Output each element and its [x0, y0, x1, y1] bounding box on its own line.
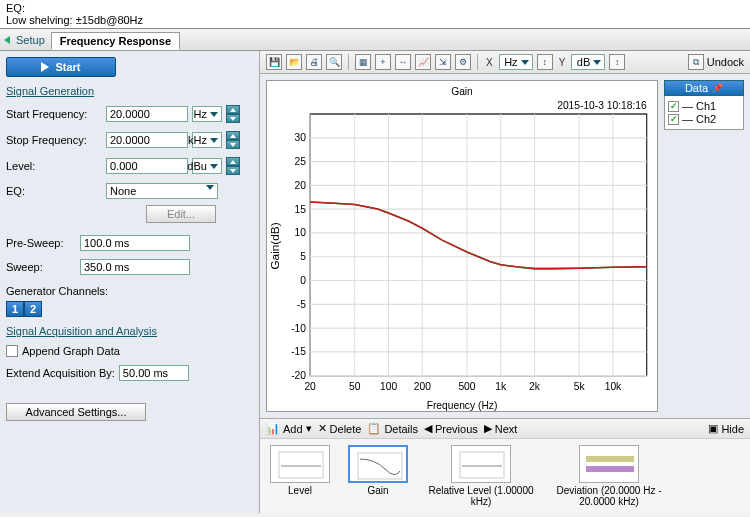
svg-text:2015-10-3 10:18:16: 2015-10-3 10:18:16 [557, 99, 647, 112]
legend: Data 📌 ✓ — Ch1 ✓ — Ch2 [664, 80, 744, 412]
open-icon[interactable]: 📂 [286, 54, 302, 70]
svg-text:2k: 2k [529, 379, 540, 392]
spin-down[interactable] [226, 166, 240, 175]
legend-item-ch1[interactable]: ✓ — Ch1 [668, 100, 740, 112]
gen-channel-1[interactable]: 1 [6, 301, 24, 317]
play-icon [41, 62, 49, 72]
svg-text:30: 30 [295, 131, 306, 144]
spin-down[interactable] [226, 114, 240, 123]
print-icon[interactable]: 🖨 [306, 54, 322, 70]
eq-select[interactable]: None [106, 183, 218, 199]
generator-channels: 1 2 [6, 301, 253, 317]
next-button[interactable]: ▶ Next [484, 422, 518, 435]
gen-channels-label: Generator Channels: [6, 285, 253, 297]
svg-text:25: 25 [295, 154, 306, 167]
append-graph-checkbox[interactable] [6, 345, 18, 357]
thumb-gain[interactable]: Gain [348, 445, 408, 507]
y-axis-label: Y [557, 57, 568, 68]
eq-text: EQ: [6, 2, 744, 14]
sweep-label: Sweep: [6, 261, 76, 273]
back-arrow-icon[interactable] [4, 36, 10, 44]
spin-up[interactable] [226, 157, 240, 166]
svg-text:5k: 5k [574, 379, 585, 392]
chart-icon[interactable]: 📈 [415, 54, 431, 70]
svg-text:0: 0 [300, 273, 306, 286]
svg-text:15: 15 [295, 202, 306, 215]
presweep-label: Pre-Sweep: [6, 237, 76, 249]
level-input[interactable] [106, 158, 188, 174]
svg-text:Gain: Gain [451, 84, 473, 97]
svg-text:5: 5 [300, 250, 306, 263]
undock-button[interactable]: ⧉ Undock [688, 54, 744, 70]
spin-down[interactable] [226, 140, 240, 149]
tool-icon[interactable]: ↔ [395, 54, 411, 70]
export-icon[interactable]: ⇲ [435, 54, 451, 70]
thumb-relative-level[interactable]: Relative Level (1.00000 kHz) [426, 445, 536, 507]
previous-button[interactable]: ◀ Previous [424, 422, 478, 435]
settings-icon[interactable]: ⚙ [455, 54, 471, 70]
zoom-icon[interactable]: 🔍 [326, 54, 342, 70]
chevron-down-icon [210, 164, 218, 169]
chevron-down-icon [206, 185, 214, 190]
tab-bar: Setup Frequency Response [0, 29, 750, 51]
spin-up[interactable] [226, 105, 240, 114]
y-tool-icon[interactable]: ↕ [609, 54, 625, 70]
extend-acq-input[interactable] [119, 365, 189, 381]
chart-gain[interactable]: Gain2015-10-3 10:18:16AP-20-15-10-505101… [266, 80, 658, 412]
start-freq-unit[interactable]: Hz [192, 106, 222, 122]
svg-rect-46 [279, 452, 323, 478]
spin-up[interactable] [226, 131, 240, 140]
level-unit[interactable]: dBu [192, 158, 222, 174]
tab-setup[interactable]: Setup [16, 34, 45, 46]
checkbox-icon[interactable]: ✓ [668, 101, 679, 112]
stop-freq-label: Stop Frequency: [6, 134, 102, 146]
x-tool-icon[interactable]: ↕ [537, 54, 553, 70]
undock-icon: ⧉ [688, 54, 704, 70]
shelving-text: Low shelving: ±15db@80Hz [6, 14, 744, 26]
svg-text:20: 20 [304, 379, 315, 392]
left-panel: Start Signal Generation Start Frequency:… [0, 51, 260, 513]
sweep-input[interactable] [80, 259, 190, 275]
grid-icon[interactable]: ▦ [355, 54, 371, 70]
svg-text:-10: -10 [291, 321, 306, 334]
thumb-level[interactable]: Level [270, 445, 330, 507]
start-freq-input[interactable] [106, 106, 188, 122]
delete-button[interactable]: ✕ Delete [318, 422, 362, 435]
save-icon[interactable]: 💾 [266, 54, 282, 70]
thumbnails: Level Gain Relative Level (1.00000 kHz) … [260, 438, 750, 513]
svg-text:Frequency (Hz): Frequency (Hz) [427, 398, 498, 411]
presweep-input[interactable] [80, 235, 190, 251]
advanced-settings-button[interactable]: Advanced Settings... [6, 403, 146, 421]
legend-header[interactable]: Data 📌 [664, 80, 744, 96]
svg-text:10: 10 [295, 226, 306, 239]
page-header: EQ: Low shelving: ±15db@80Hz [0, 0, 750, 28]
svg-rect-50 [586, 466, 634, 472]
chevron-down-icon [210, 112, 218, 117]
start-button[interactable]: Start [6, 57, 116, 77]
thumb-deviation[interactable]: Deviation (20.0000 Hz - 20.0000 kHz) [554, 445, 664, 507]
stop-freq-unit[interactable]: kHz [192, 132, 222, 148]
svg-rect-49 [586, 456, 634, 462]
svg-rect-48 [460, 452, 504, 478]
add-button[interactable]: 📊 Add ▾ [266, 422, 312, 435]
edit-button[interactable]: Edit... [146, 205, 216, 223]
svg-text:500: 500 [458, 379, 475, 392]
checkbox-icon[interactable]: ✓ [668, 114, 679, 125]
gen-channel-2[interactable]: 2 [24, 301, 42, 317]
extend-acq-label: Extend Acquisition By: [6, 367, 115, 379]
cursor-icon[interactable]: + [375, 54, 391, 70]
hide-button[interactable]: ▣ Hide [708, 422, 744, 435]
stop-freq-input[interactable] [106, 132, 188, 148]
level-label: Level: [6, 160, 102, 172]
details-button[interactable]: 📋 Details [367, 422, 418, 435]
svg-text:10k: 10k [605, 379, 622, 392]
svg-rect-47 [358, 453, 402, 479]
x-unit-select[interactable]: Hz [499, 54, 533, 70]
tab-frequency-response[interactable]: Frequency Response [51, 32, 180, 50]
legend-item-ch2[interactable]: ✓ — Ch2 [668, 113, 740, 125]
svg-text:50: 50 [349, 379, 360, 392]
x-axis-label: X [484, 57, 495, 68]
legend-pin-icon: 📌 [712, 83, 723, 93]
right-panel: 💾 📂 🖨 🔍 ▦ + ↔ 📈 ⇲ ⚙ X Hz ↕ Y dB ↕ ⧉ [260, 51, 750, 513]
y-unit-select[interactable]: dB [571, 54, 605, 70]
